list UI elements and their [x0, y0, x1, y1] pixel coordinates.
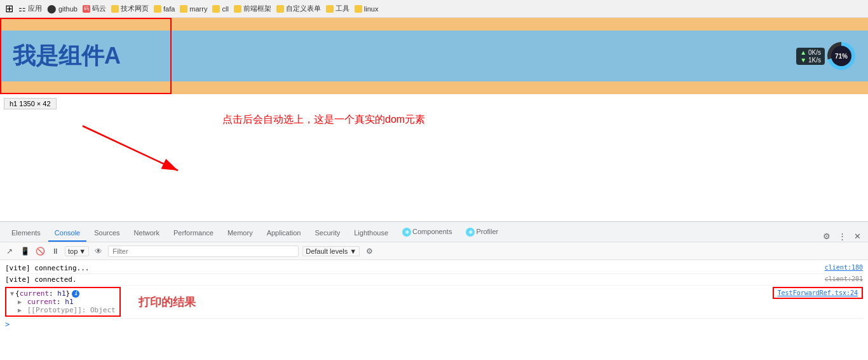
bookmark-custom-form[interactable]: 自定义表单 [276, 4, 321, 13]
vite-connecting-text: [vite] connecting... [5, 264, 89, 272]
tab-application[interactable]: Application [261, 225, 308, 242]
obj-child-row: ▶ current: h1 [10, 298, 116, 306]
obj-label: {current: h1} [15, 289, 70, 298]
console-obj-box: ▼ {current: h1} i ▶ current: h1 ▶ [5, 287, 121, 317]
info-icon: i [72, 290, 79, 298]
levels-select[interactable]: Default levels ▼ [302, 246, 360, 256]
chevron-down-icon: ▼ [79, 247, 86, 255]
tab-sources[interactable]: Sources [88, 225, 126, 242]
tab-elements[interactable]: Elements [5, 225, 47, 242]
tab-performance[interactable]: Performance [167, 225, 220, 242]
console-line-connecting: [vite] connecting... client:180 [5, 263, 863, 274]
gauge-value: 71% [831, 46, 851, 66]
client-link-201[interactable]: client:201 [825, 275, 863, 284]
close-icon[interactable]: ✕ [851, 230, 863, 242]
site-header: 我是组件A ▲ 0K/s ▼ 1K/s 71% [0, 18, 868, 94]
bookmark-fafa[interactable]: fafa [154, 5, 175, 13]
inspect-element-icon[interactable]: ↗ [4, 246, 15, 257]
page-body: 点击后会自动选上，这是一个真实的dom元素 [0, 94, 868, 240]
page-title: 我是组件A [13, 41, 121, 72]
annotation-text: 点击后会自动选上，这是一个真实的dom元素 [222, 113, 425, 127]
tab-components[interactable]: ⚛Components [396, 224, 458, 242]
react-profiler-icon: ⚛ [466, 228, 475, 237]
bookmark-maoyun[interactable]: 码 码云 [83, 4, 106, 13]
print-label: 打印的结果 [139, 294, 196, 310]
vite-connected-text: [vite] connected. [5, 275, 77, 284]
device-toolbar-icon[interactable]: 📱 [19, 246, 31, 257]
settings-icon[interactable]: ⚙ [821, 230, 832, 242]
tab-network[interactable]: Network [128, 225, 166, 242]
tab-console[interactable]: Console [48, 225, 86, 242]
devtools-panel: Elements Console Sources Network Perform… [0, 221, 868, 360]
annotation-arrow [64, 113, 203, 190]
site-header-inner: 我是组件A ▲ 0K/s ▼ 1K/s 71% [0, 31, 868, 81]
tab-security[interactable]: Security [308, 225, 346, 242]
speed-down: ▼ 1K/s [800, 57, 821, 64]
bookmark-framework[interactable]: 前端框架 [234, 4, 271, 13]
speed-up: ▲ 0K/s [800, 49, 821, 56]
tab-lighthouse[interactable]: Lighthouse [348, 225, 395, 242]
console-bottom-caret[interactable]: > [5, 319, 863, 330]
devtools-toolbar: ↗ 📱 🚫 ⏸ top ▼ 👁 Default levels ▼ ⚙ [0, 242, 868, 260]
client-link-180[interactable]: client:180 [825, 264, 863, 272]
svg-line-1 [83, 126, 178, 170]
react-icon: ⚛ [402, 228, 411, 237]
network-speed-widget: ▲ 0K/s ▼ 1K/s 71% [796, 42, 855, 70]
page-content: 我是组件A ▲ 0K/s ▼ 1K/s 71% [0, 18, 868, 220]
eye-icon[interactable]: 👁 [93, 246, 104, 257]
file-link-box[interactable]: TestForwardRef.tsx:24 [773, 287, 863, 299]
clear-console-icon[interactable]: 🚫 [34, 246, 46, 257]
more-icon[interactable]: ⋮ [836, 230, 848, 242]
console-line-connected: [vite] connected. client:201 [5, 274, 863, 286]
obj-expand-row: ▼ {current: h1} i [10, 289, 116, 298]
child-triangle: ▶ [18, 298, 22, 305]
console-obj-line: ▼ {current: h1} i ▶ current: h1 ▶ [5, 286, 863, 319]
settings-console-icon[interactable]: ⚙ [363, 246, 375, 257]
bookmark-cll[interactable]: cll [212, 5, 228, 13]
bookmark-linux[interactable]: linux [355, 5, 379, 13]
pause-exceptions-icon[interactable]: ⏸ [50, 246, 61, 257]
devtools-tabs: Elements Console Sources Network Perform… [0, 222, 868, 242]
browser-bookmark-bar: ⊞ ⚏ 应用 ⬤ github 码 码云 技术网页 fafa marry cll… [0, 0, 868, 18]
tab-profiler[interactable]: ⚛Profiler [459, 224, 505, 242]
obj-proto-row: ▶ [[Prototype]]: Object [10, 306, 116, 314]
tab-memory[interactable]: Memory [221, 225, 259, 242]
element-label: h1 1350 × 42 [10, 100, 51, 107]
bookmark-apps[interactable]: ⚏ 应用 [18, 4, 42, 13]
devtools-right-icons: ⚙ ⋮ ✕ [821, 230, 863, 242]
bookmark-tools[interactable]: 工具 [326, 4, 349, 13]
apps-icon[interactable]: ⊞ [5, 3, 13, 15]
expand-triangle: ▼ [10, 290, 14, 297]
file-link[interactable]: TestForwardRef.tsx:24 [778, 289, 858, 296]
speed-info: ▲ 0K/s ▼ 1K/s [796, 48, 825, 65]
devtools-console: [vite] connecting... client:180 [vite] c… [0, 260, 868, 360]
bookmark-github[interactable]: ⬤ github [47, 4, 78, 13]
bookmark-tech[interactable]: 技术网页 [111, 4, 149, 13]
context-select[interactable]: top ▼ [65, 246, 89, 256]
gauge-circle: 71% [827, 42, 855, 70]
bookmark-marry[interactable]: marry [180, 5, 207, 13]
filter-input[interactable] [108, 246, 299, 257]
